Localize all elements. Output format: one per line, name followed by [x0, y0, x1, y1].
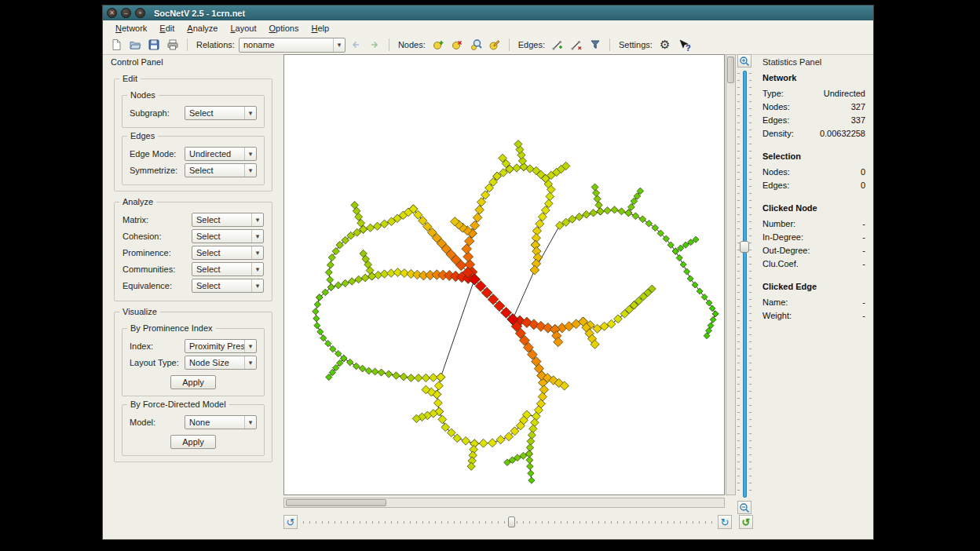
zoom-slider-handle[interactable]: [740, 241, 749, 253]
graph-node[interactable]: [604, 207, 611, 214]
graph-node[interactable]: [513, 164, 521, 172]
graph-node[interactable]: [437, 373, 445, 381]
graph-node[interactable]: [676, 254, 682, 261]
graph-node[interactable]: [684, 268, 690, 275]
cohesion-combo[interactable]: Select: [192, 229, 264, 243]
graph-node[interactable]: [614, 315, 623, 323]
rotate-left-button[interactable]: [283, 515, 298, 529]
graph-node[interactable]: [583, 210, 591, 218]
save-file-button[interactable]: [145, 37, 163, 53]
graph-node[interactable]: [374, 271, 382, 279]
graph-node[interactable]: [611, 206, 618, 213]
graph-node[interactable]: [488, 439, 497, 447]
graph-node[interactable]: [365, 367, 372, 374]
graph-node[interactable]: [526, 457, 533, 464]
graph-node[interactable]: [328, 254, 335, 261]
graph-node[interactable]: [479, 439, 488, 447]
graph-node[interactable]: [326, 374, 332, 380]
graph-node[interactable]: [710, 316, 716, 323]
graph-node[interactable]: [373, 222, 381, 230]
graph-node[interactable]: [314, 323, 320, 329]
minimize-icon[interactable]: [121, 8, 131, 18]
graph-node[interactable]: [531, 418, 539, 427]
apply-force-button[interactable]: Apply: [170, 435, 216, 449]
next-relation-button[interactable]: [366, 37, 383, 53]
graph-node[interactable]: [692, 282, 698, 288]
rotate-right-button[interactable]: [718, 515, 732, 529]
graph-node[interactable]: [591, 184, 598, 191]
graph-node[interactable]: [325, 269, 332, 276]
graph-node[interactable]: [528, 470, 534, 476]
graph-node[interactable]: [313, 308, 319, 315]
layout-type-combo[interactable]: Node Size: [185, 356, 257, 370]
remove-edge-button[interactable]: [568, 37, 585, 53]
graph-node[interactable]: [342, 279, 349, 286]
rotation-slider-handle[interactable]: [508, 516, 515, 527]
graph-node[interactable]: [594, 195, 601, 203]
filter-edges-button[interactable]: [587, 37, 604, 53]
graph-node[interactable]: [528, 477, 535, 483]
model-combo[interactable]: None: [185, 415, 257, 429]
graph-node[interactable]: [407, 374, 415, 382]
graph-node[interactable]: [327, 276, 334, 283]
menu-help[interactable]: Help: [305, 22, 335, 35]
graph-node[interactable]: [335, 282, 342, 289]
index-combo[interactable]: Proximity Pres: [185, 339, 257, 353]
subgraph-combo[interactable]: Select: [185, 106, 257, 120]
graph-node[interactable]: [645, 220, 653, 227]
graph-node[interactable]: [313, 316, 320, 322]
graph-node[interactable]: [434, 381, 443, 390]
graph-node[interactable]: [538, 392, 547, 401]
menu-layout[interactable]: Layout: [224, 22, 262, 35]
print-button[interactable]: [164, 37, 181, 53]
zoom-slider[interactable]: [737, 70, 751, 498]
menu-edit[interactable]: Edit: [153, 22, 181, 35]
add-node-button[interactable]: [430, 37, 447, 53]
graph-node[interactable]: [462, 436, 470, 445]
apply-prominence-button[interactable]: Apply: [170, 375, 216, 389]
graph-node[interactable]: [481, 191, 490, 199]
maximize-icon[interactable]: [135, 8, 145, 18]
edge-mode-combo[interactable]: Undirected: [185, 147, 257, 161]
graph-node[interactable]: [597, 208, 605, 216]
graph-node[interactable]: [496, 436, 505, 444]
graph-node[interactable]: [415, 374, 422, 381]
relations-combo[interactable]: noname: [239, 38, 346, 53]
graph-node[interactable]: [355, 276, 363, 283]
close-icon[interactable]: [107, 8, 117, 18]
graph-node[interactable]: [380, 270, 388, 278]
graph-node[interactable]: [709, 305, 715, 312]
graph-node[interactable]: [477, 198, 485, 206]
graph-node[interactable]: [632, 213, 639, 220]
graph-node[interactable]: [529, 425, 537, 432]
graph-node[interactable]: [314, 301, 320, 308]
graph-canvas[interactable]: [284, 55, 724, 494]
previous-relation-button[interactable]: [347, 37, 364, 53]
remove-node-button[interactable]: [448, 37, 466, 53]
zoom-out-button[interactable]: [737, 501, 751, 514]
graph-node[interactable]: [527, 463, 534, 470]
graph-node[interactable]: [463, 252, 474, 262]
graph-node[interactable]: [546, 192, 554, 201]
graph-node[interactable]: [327, 261, 334, 268]
prominence-combo[interactable]: Select: [192, 246, 264, 260]
graph-node[interactable]: [593, 189, 600, 196]
graph-node[interactable]: [348, 278, 355, 285]
graph-node[interactable]: [680, 261, 686, 268]
equivalence-combo[interactable]: Select: [192, 279, 264, 293]
graph-node[interactable]: [332, 247, 339, 254]
graph-node[interactable]: [378, 369, 385, 376]
graph-node[interactable]: [473, 213, 482, 222]
graph-node[interactable]: [346, 359, 353, 366]
rotation-slider[interactable]: [302, 515, 714, 529]
horizontal-scrollbar-thumb[interactable]: [286, 499, 386, 506]
open-file-button[interactable]: [126, 37, 144, 53]
graph-node[interactable]: [712, 311, 719, 317]
add-edge-button[interactable]: [549, 37, 566, 53]
menu-network[interactable]: Network: [109, 22, 153, 35]
graph-node[interactable]: [385, 370, 392, 378]
titlebar[interactable]: SocNetV 2.5 - 1crn.net: [103, 5, 873, 20]
canvas-vertical-scrollbar[interactable]: [726, 54, 736, 495]
menu-analyze[interactable]: Analyze: [181, 22, 224, 35]
graph-node[interactable]: [576, 213, 583, 221]
